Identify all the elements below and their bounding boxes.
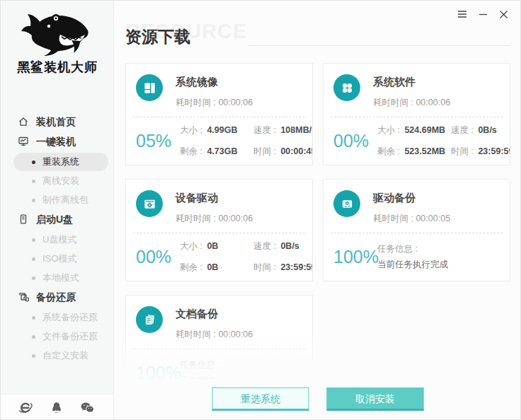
close-icon[interactable] bbox=[498, 8, 509, 20]
stat-label: 时间 : bbox=[253, 262, 278, 272]
progress-percent: 05% bbox=[136, 131, 180, 151]
stat-value: 523.52MB bbox=[404, 146, 445, 156]
stat-label: 速度 : bbox=[253, 241, 278, 251]
task-value: 正在扫描 bbox=[180, 373, 305, 380]
stat-label: 时间 : bbox=[253, 146, 278, 156]
sidebar-item-label: 一键装机 bbox=[36, 136, 76, 148]
sidebar-item-label: 本地模式 bbox=[42, 272, 79, 284]
progress-percent: 00% bbox=[333, 131, 377, 151]
bullet-icon bbox=[32, 161, 35, 164]
cancel-install-button[interactable]: 取消安装 bbox=[327, 387, 424, 411]
stat-value: 0B/s bbox=[280, 241, 299, 251]
card-title: 系统软件 bbox=[373, 76, 450, 89]
sidebar-item-custom-install[interactable]: 自定义安装 bbox=[13, 346, 108, 365]
ie-browser-icon[interactable] bbox=[18, 400, 33, 416]
elapsed-value: 00:00:05 bbox=[416, 214, 450, 223]
sidebar-item-file-backup-restore[interactable]: 文件备份还原 bbox=[13, 327, 108, 346]
sidebar-item-local-mode[interactable]: 本地模式 bbox=[13, 269, 108, 287]
stat-label: 剩余 : bbox=[180, 146, 205, 156]
stat-label: 剩余 : bbox=[180, 262, 205, 272]
card-title: 驱动备份 bbox=[373, 192, 450, 205]
elapsed-label: 耗时时间 : bbox=[176, 329, 218, 339]
bullet-icon bbox=[32, 354, 35, 358]
elapsed-label: 耗时时间 : bbox=[373, 214, 416, 223]
document-backup-icon bbox=[136, 306, 163, 333]
action-buttons: 重选系统 取消安装 bbox=[212, 387, 424, 411]
elapsed-value: 00:00:06 bbox=[218, 98, 253, 107]
elapsed-value: 00:00:06 bbox=[218, 214, 253, 223]
sidebar-item-onekey-install[interactable]: 一键装机 bbox=[1, 132, 114, 152]
sidebar-item-reinstall-system[interactable]: 重装系统 bbox=[13, 153, 108, 171]
home-icon bbox=[18, 116, 29, 129]
stat-label: 大小 : bbox=[180, 241, 205, 251]
sidebar-item-boot-usb[interactable]: 启动U盘 bbox=[1, 210, 114, 230]
app-window: 黑鲨装机大师 装机首页 一键装机 bbox=[0, 0, 521, 420]
shark-logo-icon bbox=[1, 9, 114, 57]
sidebar-item-install-home[interactable]: 装机首页 bbox=[1, 112, 114, 132]
title-divider bbox=[248, 45, 510, 46]
sidebar-item-label: 自定义安装 bbox=[42, 349, 88, 362]
app-logo: 黑鲨装机大师 bbox=[1, 9, 114, 76]
stat-label: 剩余 : bbox=[377, 146, 402, 156]
driver-backup-icon bbox=[333, 190, 360, 217]
sidebar-item-backup-restore[interactable]: 备份还原 bbox=[1, 288, 114, 308]
page-title: 资源下载 bbox=[125, 26, 190, 48]
sidebar: 黑鲨装机大师 装机首页 一键装机 bbox=[1, 1, 114, 420]
app-name: 黑鲨装机大师 bbox=[1, 59, 114, 76]
sidebar-item-label: 离线安装 bbox=[42, 175, 79, 187]
sidebar-item-label: 备份还原 bbox=[36, 291, 76, 304]
card-title: 文档备份 bbox=[176, 308, 253, 321]
progress-percent: 00% bbox=[136, 247, 180, 267]
sidebar-item-label: 文件备份还原 bbox=[42, 330, 98, 343]
card-system-image: 系统镜像 耗时时间 : 00:00:06 05% 大小 : 4.99GB 速度 … bbox=[125, 63, 313, 165]
sidebar-item-label: 装机首页 bbox=[36, 116, 76, 129]
card-device-driver: 设备驱动 耗时时间 : 00:00:06 00% 大小 : 0B 速度 : 0B… bbox=[125, 179, 313, 281]
sidebar-item-label: U盘模式 bbox=[42, 233, 76, 246]
minimize-icon[interactable] bbox=[477, 8, 488, 20]
sidebar-item-system-backup-restore[interactable]: 系统备份还原 bbox=[13, 308, 108, 327]
elapsed-value: 00:00:06 bbox=[218, 329, 253, 339]
menu-icon[interactable] bbox=[457, 8, 468, 20]
backup-restore-icon bbox=[18, 291, 29, 305]
sidebar-item-label: 启动U盘 bbox=[36, 214, 73, 226]
bullet-icon bbox=[32, 238, 35, 242]
elapsed-label: 耗时时间 : bbox=[176, 214, 218, 223]
stat-value: 4.73GB bbox=[207, 146, 237, 156]
stat-label: 速度 : bbox=[253, 125, 278, 135]
reselect-system-button[interactable]: 重选系统 bbox=[212, 387, 309, 411]
sidebar-item-iso-mode[interactable]: ISO模式 bbox=[13, 250, 108, 268]
device-driver-icon bbox=[136, 190, 163, 217]
system-software-icon bbox=[333, 74, 360, 101]
usb-drive-icon bbox=[18, 214, 29, 227]
qq-icon[interactable] bbox=[50, 400, 64, 416]
sidebar-item-usb-mode[interactable]: U盘模式 bbox=[13, 231, 108, 249]
stat-label: 时间 : bbox=[451, 146, 476, 156]
main-content: RESOURCE 资源下载 系统镜像 耗时时间 : 00:00:0 bbox=[114, 1, 521, 420]
stat-value: 524.69MB bbox=[404, 125, 445, 135]
progress-percent: 100% bbox=[136, 363, 180, 381]
sidebar-item-offline-install[interactable]: 离线安装 bbox=[13, 172, 108, 190]
stat-label: 速度 : bbox=[451, 125, 476, 135]
card-title: 设备驱动 bbox=[176, 192, 253, 205]
stat-value: 0B/s bbox=[478, 125, 496, 135]
card-system-software: 系统软件 耗时时间 : 00:00:06 00% 大小 : 524.69MB 速… bbox=[323, 63, 510, 165]
elapsed-label: 耗时时间 : bbox=[373, 98, 416, 107]
stat-value: 23:59:59 bbox=[478, 146, 510, 156]
sidebar-footer bbox=[1, 394, 113, 420]
stat-label: 大小 : bbox=[180, 125, 205, 135]
stat-value: 108MB/s bbox=[280, 125, 313, 135]
stat-value: 0B bbox=[207, 262, 218, 272]
stat-value: 23:59:59 bbox=[280, 262, 313, 272]
wechat-icon[interactable] bbox=[79, 400, 96, 416]
sidebar-item-label: ISO模式 bbox=[42, 252, 76, 265]
elapsed-value: 00:00:06 bbox=[416, 98, 450, 107]
system-image-icon bbox=[136, 74, 163, 101]
task-label: 任务信息 : bbox=[180, 357, 305, 373]
card-driver-backup: 驱动备份 耗时时间 : 00:00:05 100% 任务信息 : 当前任务执行完… bbox=[323, 179, 510, 281]
card-title: 系统镜像 bbox=[176, 76, 253, 89]
sidebar-item-make-offline-package[interactable]: 制作离线包 bbox=[13, 191, 108, 209]
sidebar-menu: 装机首页 一键装机 重装系统 离线安装 bbox=[1, 112, 114, 366]
stat-label: 大小 : bbox=[377, 125, 402, 135]
elapsed-label: 耗时时间 : bbox=[176, 98, 218, 107]
bullet-icon bbox=[32, 276, 35, 280]
